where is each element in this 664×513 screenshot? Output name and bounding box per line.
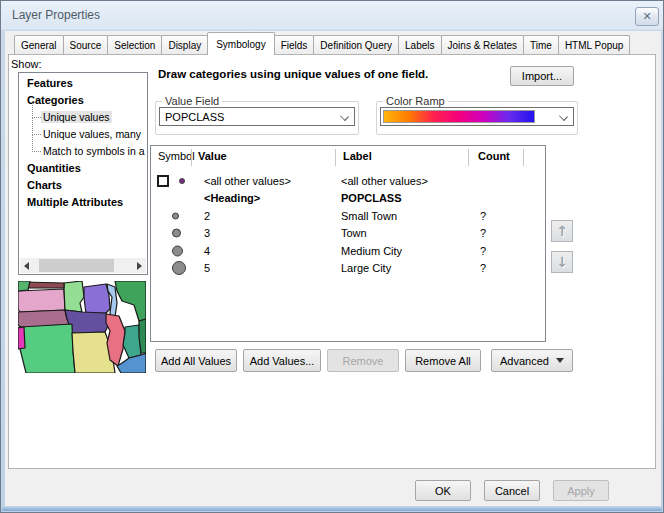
tab-display[interactable]: Display	[161, 35, 208, 55]
symbology-page: Show: Features Categories Unique values …	[8, 54, 656, 469]
point-symbol[interactable]	[172, 229, 181, 238]
tab-strip: General Source Selection Display Symbolo…	[14, 32, 629, 55]
table-row[interactable]: 4 Medium City ?	[151, 242, 545, 260]
tab-fields[interactable]: Fields	[274, 35, 315, 55]
all-other-values-checkbox[interactable]	[157, 175, 169, 187]
title-bar[interactable]: Layer Properties ✕	[1, 1, 663, 30]
column-label: Label	[343, 150, 372, 162]
point-symbol[interactable]	[172, 245, 183, 256]
show-item-charts[interactable]: Charts	[19, 177, 147, 194]
import-button[interactable]: Import...	[510, 66, 574, 86]
ok-button[interactable]: OK	[415, 480, 471, 501]
chevron-down-icon[interactable]	[560, 113, 567, 120]
values-table-header: Symbol Value Label Count	[151, 146, 545, 169]
horizontal-scrollbar[interactable]	[20, 258, 146, 273]
window-title: Layer Properties	[12, 8, 100, 22]
tab-symbology[interactable]: Symbology	[207, 32, 274, 55]
table-row-heading[interactable]: <Heading> POPCLASS	[151, 190, 545, 208]
show-item-features[interactable]: Features	[19, 75, 147, 92]
column-value: Value	[198, 150, 227, 162]
panel-heading: Draw categories using unique values of o…	[158, 68, 428, 80]
move-up-button[interactable]: ↑	[551, 220, 573, 242]
table-row[interactable]: <all other values> <all other values>	[151, 172, 545, 190]
close-icon: ✕	[642, 11, 651, 22]
show-tree: Features Categories Unique values Unique…	[18, 72, 148, 275]
values-table: Symbol Value Label Count <all other valu…	[150, 145, 546, 342]
table-row[interactable]: 3 Town ?	[151, 225, 545, 243]
show-item-multiple-attributes[interactable]: Multiple Attributes	[19, 194, 147, 211]
color-ramp-swatch	[383, 110, 535, 123]
scroll-right-icon[interactable]	[131, 258, 146, 273]
point-symbol[interactable]	[179, 178, 185, 184]
value-field-dropdown[interactable]: POPCLASS	[159, 107, 355, 126]
dialog-client-area: General Source Selection Display Symbolo…	[5, 31, 661, 506]
move-down-button[interactable]: ↓	[551, 251, 573, 273]
show-item-quantities[interactable]: Quantities	[19, 160, 147, 177]
value-field-legend: Value Field	[162, 95, 222, 107]
point-symbol[interactable]	[172, 261, 186, 275]
arrow-down-icon: ↓	[556, 255, 568, 269]
tab-joins-relates[interactable]: Joins & Relates	[441, 35, 524, 55]
close-button[interactable]: ✕	[635, 7, 659, 26]
table-row[interactable]: 5 Large City ?	[151, 260, 545, 278]
show-label: Show:	[11, 58, 42, 70]
arrow-up-icon: ↑	[556, 224, 568, 238]
layer-properties-dialog: Layer Properties ✕ General Source Select…	[0, 0, 664, 513]
scrollbar-thumb[interactable]	[39, 259, 114, 272]
column-symbol: Symbol	[158, 150, 195, 162]
tab-selection[interactable]: Selection	[107, 35, 162, 55]
color-ramp-dropdown[interactable]	[380, 107, 574, 126]
menu-caret-icon	[556, 358, 564, 367]
cancel-button[interactable]: Cancel	[484, 480, 540, 501]
tab-time[interactable]: Time	[523, 35, 559, 55]
add-values-button[interactable]: Add Values...	[243, 349, 321, 372]
point-symbol[interactable]	[172, 212, 179, 219]
tab-definition-query[interactable]: Definition Query	[313, 35, 399, 55]
show-item-match-symbols[interactable]: Match to symbols in a	[19, 143, 147, 160]
remove-all-button[interactable]: Remove All	[405, 349, 481, 372]
add-all-values-button[interactable]: Add All Values	[155, 349, 237, 372]
tab-source[interactable]: Source	[63, 35, 109, 55]
tab-html-popup[interactable]: HTML Popup	[558, 35, 631, 55]
scroll-left-icon[interactable]	[20, 258, 35, 273]
tab-labels[interactable]: Labels	[398, 35, 441, 55]
value-field-value: POPCLASS	[165, 111, 224, 123]
chevron-down-icon[interactable]	[341, 113, 348, 120]
remove-button: Remove	[327, 349, 399, 372]
map-preview	[18, 281, 146, 373]
column-count: Count	[478, 150, 510, 162]
tab-general[interactable]: General	[14, 35, 64, 55]
apply-button: Apply	[553, 480, 609, 501]
table-row[interactable]: 2 Small Town ?	[151, 207, 545, 225]
color-ramp-legend: Color Ramp	[383, 95, 448, 107]
advanced-button[interactable]: Advanced	[491, 349, 573, 372]
